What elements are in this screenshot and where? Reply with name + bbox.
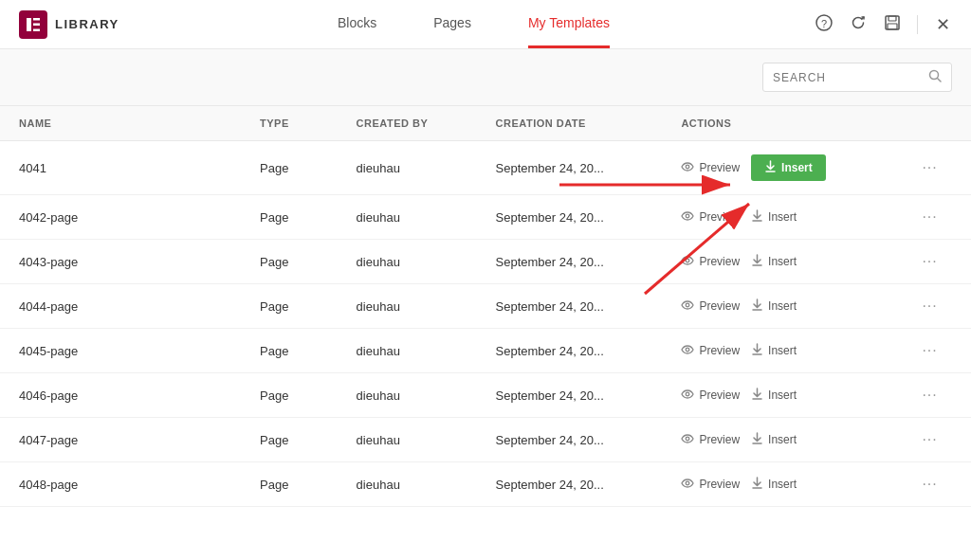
insert-button-label: Insert — [781, 161, 813, 174]
more-options-icon[interactable]: ··· — [922, 159, 937, 175]
more-options-icon[interactable]: ··· — [922, 476, 937, 492]
row-more: ··· — [903, 418, 971, 462]
row-name: 4043-page — [0, 240, 241, 284]
header-actions: ? ✕ — [815, 14, 952, 35]
preview-button[interactable]: Preview — [681, 388, 740, 402]
insert-label: Insert — [768, 344, 797, 357]
row-date: September 24, 20... — [477, 329, 663, 373]
row-name: 4045-page — [0, 329, 241, 373]
row-name: 4044-page — [0, 284, 241, 329]
svg-rect-2 — [33, 23, 40, 26]
preview-button[interactable]: Preview — [681, 478, 740, 491]
row-more: ··· — [903, 373, 971, 418]
row-actions: Preview Insert — [662, 373, 903, 418]
row-date: September 24, 20... — [477, 240, 663, 284]
search-input[interactable] — [773, 71, 928, 84]
logo-area: LIBRARY — [19, 10, 133, 39]
preview-button[interactable]: Preview — [681, 344, 740, 357]
row-type: Page — [241, 329, 338, 373]
row-date: September 24, 20... — [477, 418, 663, 462]
preview-label: Preview — [699, 210, 740, 224]
row-actions: Preview Insert — [662, 240, 903, 284]
search-box[interactable] — [762, 63, 952, 92]
preview-label: Preview — [699, 344, 740, 357]
preview-button[interactable]: Preview — [681, 299, 740, 313]
row-actions: Preview Insert — [662, 418, 903, 462]
row-created-by: dieuhau — [338, 329, 477, 373]
more-options-icon[interactable]: ··· — [922, 342, 937, 358]
row-more: ··· — [903, 141, 971, 195]
row-created-by: dieuhau — [338, 141, 477, 195]
logo-text: LIBRARY — [55, 17, 119, 31]
row-more: ··· — [903, 329, 971, 373]
row-date: September 24, 20... — [477, 373, 663, 418]
tab-pages[interactable]: Pages — [433, 0, 471, 48]
insert-download-icon — [751, 254, 763, 269]
header: LIBRARY Blocks Pages My Templates ? — [0, 0, 971, 49]
row-type: Page — [241, 462, 338, 507]
svg-text:?: ? — [821, 17, 827, 28]
insert-button[interactable]: Insert — [751, 432, 797, 447]
row-created-by: dieuhau — [338, 373, 477, 418]
more-options-icon[interactable]: ··· — [922, 298, 937, 314]
table-row: 4047-page Page dieuhau September 24, 20.… — [0, 418, 971, 462]
eye-icon — [681, 255, 694, 268]
eye-icon — [681, 388, 694, 402]
svg-point-11 — [687, 165, 690, 169]
table-row: 4044-page Page dieuhau September 24, 20.… — [0, 284, 971, 329]
row-created-by: dieuhau — [338, 284, 477, 329]
col-actions: ACTIONS — [662, 106, 903, 141]
table-row: 4048-page Page dieuhau September 24, 20.… — [0, 462, 971, 507]
insert-button[interactable]: Insert — [751, 388, 797, 403]
more-options-icon[interactable]: ··· — [922, 253, 937, 269]
row-actions: Preview Insert — [662, 284, 903, 329]
more-options-icon[interactable]: ··· — [922, 208, 937, 225]
table-wrapper: NAME TYPE CREATED BY CREATION DATE ACTIO… — [0, 106, 971, 560]
svg-point-25 — [687, 481, 690, 485]
insert-label: Insert — [768, 255, 797, 268]
svg-point-15 — [687, 259, 690, 262]
row-name: 4042-page — [0, 195, 241, 240]
table-row: 4045-page Page dieuhau September 24, 20.… — [0, 329, 971, 373]
main-content: NAME TYPE CREATED BY CREATION DATE ACTIO… — [0, 49, 971, 560]
row-more: ··· — [903, 284, 971, 329]
table-row: 4041 Page dieuhau September 24, 20... — [0, 141, 971, 195]
svg-rect-3 — [33, 28, 40, 31]
svg-rect-8 — [888, 24, 897, 29]
more-options-icon[interactable]: ··· — [922, 431, 937, 447]
insert-button[interactable]: Insert — [751, 298, 797, 314]
insert-button-highlighted[interactable]: Insert — [751, 154, 826, 181]
tab-my-templates[interactable]: My Templates — [528, 0, 610, 48]
eye-icon — [681, 161, 694, 174]
col-more — [903, 106, 971, 141]
insert-download-icon — [751, 388, 763, 403]
insert-download-icon — [751, 209, 763, 225]
help-icon[interactable]: ? — [815, 14, 834, 35]
refresh-icon[interactable] — [849, 14, 868, 35]
preview-button[interactable]: Preview — [681, 161, 740, 174]
more-options-icon[interactable]: ··· — [922, 387, 937, 403]
insert-button[interactable]: Insert — [751, 343, 797, 358]
table-row: 4046-page Page dieuhau September 24, 20.… — [0, 373, 971, 418]
save-icon[interactable] — [883, 14, 902, 35]
insert-button[interactable]: Insert — [751, 477, 797, 492]
row-type: Page — [241, 141, 338, 195]
row-name: 4046-page — [0, 373, 241, 418]
close-icon[interactable]: ✕ — [933, 14, 952, 35]
insert-button[interactable]: Insert — [751, 254, 797, 269]
row-more: ··· — [903, 462, 971, 507]
row-type: Page — [241, 418, 338, 462]
row-date: September 24, 20... — [477, 462, 663, 507]
insert-label: Insert — [768, 299, 797, 313]
row-type: Page — [241, 240, 338, 284]
row-created-by: dieuhau — [338, 195, 477, 240]
table-row: 4042-page Page dieuhau September 24, 20.… — [0, 195, 971, 240]
insert-button[interactable]: Insert — [751, 209, 797, 225]
preview-button[interactable]: Preview — [681, 255, 740, 268]
preview-button[interactable]: Preview — [681, 210, 740, 224]
tab-blocks[interactable]: Blocks — [338, 0, 376, 48]
insert-download-icon — [751, 432, 763, 447]
row-date: September 24, 20... — [477, 195, 663, 240]
preview-label: Preview — [699, 433, 740, 446]
preview-button[interactable]: Preview — [681, 433, 740, 446]
